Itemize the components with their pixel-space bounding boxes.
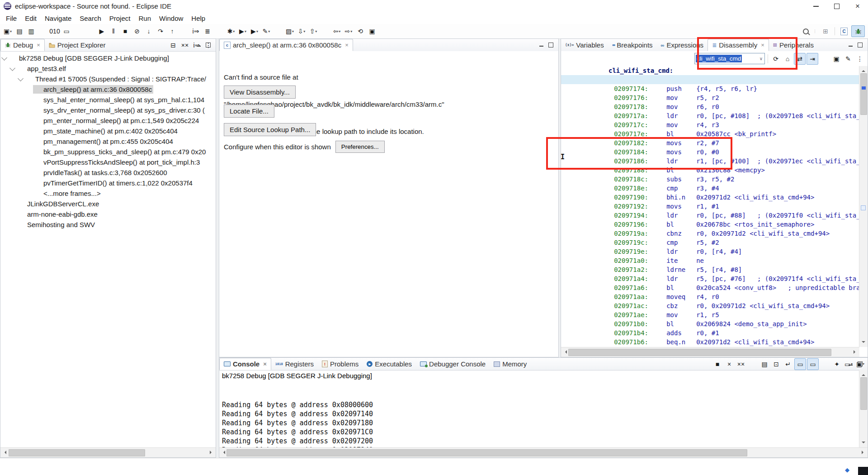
toolbar-icon[interactable]: i⇒▾ [190, 26, 201, 37]
tab-editor-source-not-found[interactable]: c arch_sleep() at arm.c:36 0x800058c × [219, 39, 353, 51]
console-vertical-scrollbar[interactable] [859, 370, 868, 447]
toolbar-icon[interactable]: ⇧▾ [308, 26, 319, 37]
console-toolbar-icon[interactable]: ××▾ [736, 359, 746, 370]
toolbar-icon[interactable]: ▥▾ [26, 26, 37, 37]
tab-breakpoints[interactable]: ●● Breakpoints [608, 39, 657, 51]
debug-tree-item[interactable]: sys_drv_enter_normal_sleep() at sys_ps_d… [0, 105, 216, 115]
tab-expressions[interactable]: ∞ Expressions [657, 39, 708, 51]
debug-tree-item[interactable]: Thread #1 57005 (Suspended : Signal : SI… [0, 74, 216, 84]
view-toolbar-icon[interactable]: ⊟ [168, 40, 179, 51]
console-toolbar-icon[interactable]: ▾ [820, 359, 830, 370]
toolbar-icon[interactable]: ‖▾ [108, 26, 119, 37]
tab-project-explorer[interactable]: Project Explorer [45, 39, 110, 51]
debug-tree-item[interactable]: app_test3.elf [0, 63, 216, 74]
console-toolbar-icon[interactable]: ⊡▾ [771, 359, 782, 370]
maximize-window-button[interactable] [826, 0, 847, 12]
console-toolbar-icon[interactable]: ×▾ [724, 359, 735, 370]
debug-tree-item[interactable]: arm-none-eabi-gdb.exe [0, 209, 216, 219]
cpp-perspective-icon[interactable]: C [838, 26, 850, 37]
toolbar-icon[interactable]: ▣▾ [2, 26, 13, 37]
disassembly-line[interactable]: 02097174:push{r4, r5, r6, lr} [561, 75, 859, 84]
toolbar-icon[interactable]: ⊘▾ [132, 26, 142, 37]
menu-item[interactable]: File [2, 13, 21, 24]
minimize-view-icon[interactable] [849, 44, 853, 47]
debug-tree-item[interactable]: pvTimerGetTimerID() at timers.c:1,022 0x… [0, 178, 216, 188]
console-horizontal-scrollbar[interactable] [219, 447, 868, 457]
preferences-button[interactable]: Preferences... [335, 141, 385, 153]
toolbar-icon[interactable]: ≣▾ [202, 26, 213, 37]
view-disassembly-button[interactable]: View Disassembly... [224, 86, 296, 99]
debug-tree-item[interactable]: JLinkGDBServerCL.exe [0, 199, 216, 209]
disassembly-toolbar-icon[interactable]: ✎ [843, 53, 854, 64]
notification-icon[interactable]: ◆ [844, 466, 851, 473]
search-icon[interactable] [800, 26, 811, 37]
debug-perspective-icon[interactable] [851, 25, 865, 37]
debug-tree-item[interactable]: bk_pm_suppress_ticks_and_sleep() at pm.c… [0, 147, 216, 157]
menu-item[interactable]: Run [134, 13, 155, 24]
toolbar-icon[interactable]: ▾ [38, 26, 48, 37]
tab-registers[interactable]: 1010 Registers [271, 358, 318, 370]
close-icon[interactable]: × [263, 361, 267, 367]
toolbar-icon[interactable]: ⇦▾ [331, 26, 342, 37]
toolbar-icon[interactable]: ▣▾ [367, 26, 377, 37]
toolbar-icon[interactable]: ▶▾ [237, 26, 248, 37]
toolbar-icon[interactable]: ▾ [73, 26, 84, 37]
toolbar-icon[interactable]: ▨▾ [284, 26, 295, 37]
debug-horizontal-scrollbar[interactable] [0, 447, 216, 457]
debug-tree-item[interactable]: pm_state_machine() at pm.c:402 0x205c404 [0, 126, 216, 136]
expander-icon[interactable] [1, 55, 7, 61]
tab-peripherals[interactable]: ⊞ Peripherals [769, 39, 818, 51]
debug-tree-item[interactable]: Semihosting and SWV [0, 219, 216, 230]
toolbar-icon[interactable]: ▾ [320, 26, 330, 37]
close-icon[interactable]: × [761, 42, 764, 48]
console-toolbar-icon[interactable]: ▤▾ [759, 359, 770, 370]
debug-tree-item[interactable]: pm_management() at pm.c:455 0x205c404 [0, 136, 216, 147]
debug-tree-item[interactable]: <...more frames...> [0, 188, 216, 199]
expander-icon[interactable] [18, 76, 24, 81]
toolbar-icon[interactable]: ▾ [273, 26, 283, 37]
minimize-view-icon[interactable] [849, 363, 853, 366]
toolbar-icon[interactable]: ⇨▾ [343, 26, 354, 37]
tab-debug[interactable]: Debug × [0, 39, 45, 51]
expander-icon[interactable] [9, 65, 15, 71]
debug-tree-item[interactable]: bk7258 Debug [GDB SEGGER J-Link Debuggin… [0, 53, 216, 63]
address-combo[interactable]: cli_wifi_sta_cmd ∨ [694, 53, 765, 64]
toolbar-icon[interactable]: ↷▾ [155, 26, 166, 37]
maximize-view-icon[interactable] [858, 361, 863, 366]
minimize-window-button[interactable] [806, 0, 826, 12]
menu-item[interactable]: Project [105, 13, 135, 24]
close-icon[interactable]: × [37, 42, 40, 48]
toolbar-icon[interactable]: ▶▾ [249, 26, 260, 37]
console-toolbar-icon[interactable]: ✦▾ [831, 359, 842, 370]
disassembly-horizontal-scrollbar[interactable] [561, 347, 859, 357]
toolbar-icon[interactable]: ▶▾ [96, 26, 107, 37]
tab-disassembly[interactable]: ≣ Disassembly × [708, 39, 769, 51]
locate-file-button[interactable]: Locate File... [224, 104, 274, 118]
menu-item[interactable]: Edit [21, 13, 41, 24]
toolbar-icon[interactable]: ⟲▾ [355, 26, 366, 37]
toolbar-icon[interactable]: ▭▾ [61, 26, 72, 37]
console-toolbar-icon[interactable]: ■▾ [712, 359, 723, 370]
menu-item[interactable]: Window [155, 13, 187, 24]
tab-console[interactable]: Console × [219, 358, 271, 370]
disassembly-toolbar-icon[interactable]: ▣ [831, 53, 842, 64]
view-toolbar-icon[interactable]: ×× [179, 40, 190, 51]
toolbar-icon[interactable]: ✎▾ [261, 26, 272, 37]
tab-debugger-console[interactable]: Debugger Console [416, 358, 490, 370]
console-toolbar-icon[interactable]: ▭▾ [794, 358, 806, 370]
menu-item[interactable]: Search [75, 13, 105, 24]
disassembly-toolbar-icon[interactable]: ⌂ [782, 53, 793, 64]
toolbar-icon[interactable]: ✱▾ [226, 26, 236, 37]
toolbar-icon[interactable]: ⇩▾ [296, 26, 307, 37]
minimize-view-icon[interactable] [197, 44, 201, 47]
tab-variables[interactable]: (x)= Variables [561, 39, 608, 51]
maximize-view-icon[interactable] [548, 43, 553, 48]
toolbar-icon[interactable]: ■▾ [120, 26, 131, 37]
toolbar-icon[interactable]: ▾ [85, 26, 95, 37]
toolbar-icon[interactable]: 010▾ [49, 26, 60, 37]
menu-item[interactable]: Help [187, 13, 209, 24]
disassembly-toolbar-icon[interactable]: ⋮ [854, 53, 865, 64]
toolbar-icon[interactable]: ▾ [214, 26, 225, 37]
open-perspective-icon[interactable]: ⊞ [819, 26, 832, 37]
close-window-button[interactable]: × [847, 0, 868, 12]
